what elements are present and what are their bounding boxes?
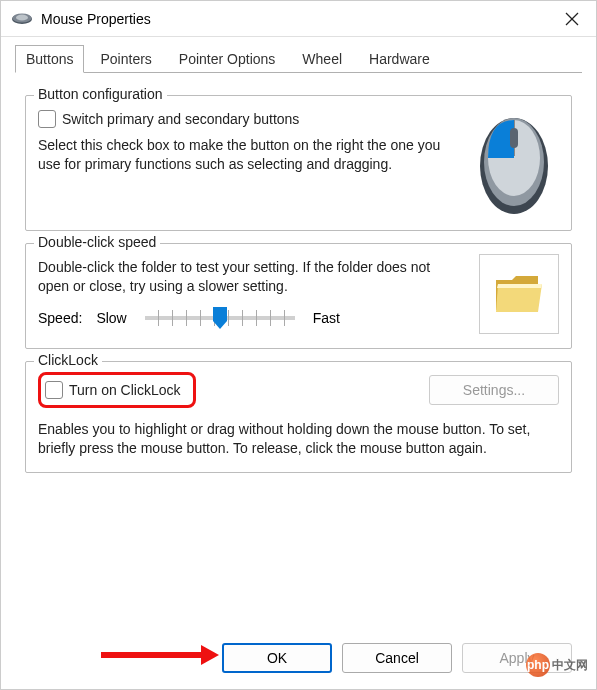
button-configuration-group: Button configuration Switch primary and … [25, 95, 572, 231]
window-title: Mouse Properties [41, 11, 558, 27]
clicklock-legend: ClickLock [34, 352, 102, 368]
tab-pointer-options[interactable]: Pointer Options [168, 45, 287, 73]
annotation-highlight: Turn on ClickLock [38, 372, 196, 408]
double-click-legend: Double-click speed [34, 234, 160, 250]
clicklock-group: ClickLock Turn on ClickLock Settings... … [25, 361, 572, 473]
ok-button[interactable]: OK [222, 643, 332, 673]
double-click-speed-group: Double-click speed Double-click the fold… [25, 243, 572, 349]
svg-rect-8 [510, 128, 518, 148]
mouse-preview-icon [469, 106, 559, 216]
test-folder[interactable] [479, 254, 559, 334]
speed-slider[interactable] [145, 316, 295, 320]
switch-buttons-row[interactable]: Switch primary and secondary buttons [38, 110, 451, 128]
watermark-badge: php [526, 653, 550, 677]
speed-label: Speed: [38, 310, 82, 326]
tab-wheel[interactable]: Wheel [291, 45, 353, 73]
tab-buttons[interactable]: Buttons [15, 45, 84, 73]
titlebar: Mouse Properties [1, 1, 596, 37]
watermark-text: 中文网 [552, 657, 588, 674]
tab-content: Button configuration Switch primary and … [1, 73, 596, 495]
cancel-button[interactable]: Cancel [342, 643, 452, 673]
fast-label: Fast [313, 310, 340, 326]
tab-hardware[interactable]: Hardware [358, 45, 441, 73]
clicklock-description: Enables you to highlight or drag without… [38, 420, 559, 458]
button-config-description: Select this check box to make the button… [38, 136, 451, 174]
dialog-button-row: OK Cancel Apply [1, 643, 596, 673]
slow-label: Slow [96, 310, 126, 326]
mouse-icon [11, 12, 33, 26]
svg-point-2 [16, 14, 28, 20]
close-button[interactable] [558, 5, 586, 33]
close-icon [565, 12, 579, 26]
tab-pointers[interactable]: Pointers [89, 45, 162, 73]
double-click-description: Double-click the folder to test your set… [38, 258, 461, 296]
clicklock-row[interactable]: Turn on ClickLock [45, 381, 181, 399]
annotation-arrow [101, 645, 219, 665]
clicklock-label: Turn on ClickLock [69, 382, 181, 398]
slider-thumb-icon [213, 307, 227, 329]
tab-strip: Buttons Pointers Pointer Options Wheel H… [1, 37, 596, 73]
switch-buttons-label: Switch primary and secondary buttons [62, 111, 299, 127]
button-config-legend: Button configuration [34, 86, 167, 102]
folder-icon [494, 272, 544, 316]
watermark: php 中文网 [526, 653, 588, 677]
clicklock-settings-button: Settings... [429, 375, 559, 405]
switch-buttons-checkbox[interactable] [38, 110, 56, 128]
clicklock-checkbox[interactable] [45, 381, 63, 399]
